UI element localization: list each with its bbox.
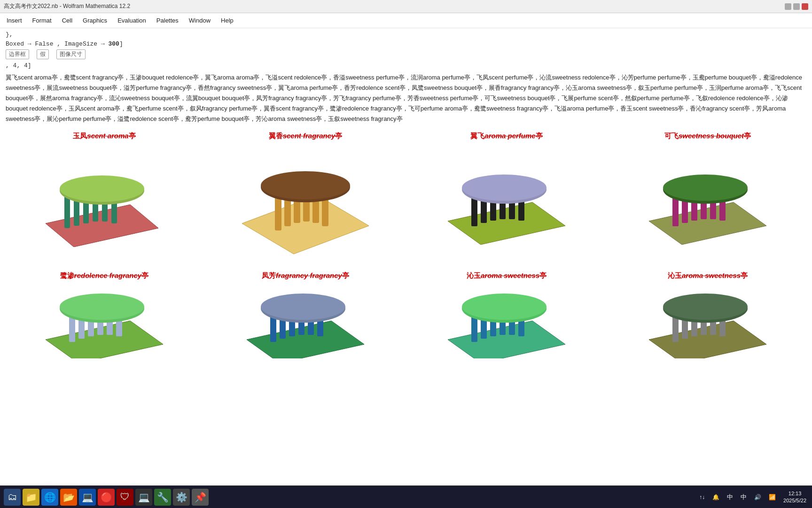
svg-point-17 <box>261 171 350 199</box>
item-zh-1: 玉凤 <box>73 132 87 140</box>
scene-svg-6 <box>237 283 374 358</box>
item-en-2: scent fragrancy <box>283 132 336 140</box>
arrow-symbol-2: → <box>101 40 109 48</box>
titlebar: 高文高考作文2022.nb - Wolfram Mathematica 12.2 <box>0 0 812 13</box>
taskbar-icon-settings[interactable]: ⚙️ <box>173 489 190 506</box>
item-cell-8: 沁玉aroma sweetness亭 <box>609 271 806 358</box>
taskbar-icon-red[interactable]: 🔴 <box>98 489 115 506</box>
items-grid-row2: 鹭渗redolence fragrancy亭 凤芳fragrancy fragr <box>6 271 806 358</box>
taskbar-right: ↑↓ 🔔 中 中 🔊 📶 12:132025/5/22 <box>697 489 808 505</box>
menu-insert[interactable]: Insert <box>2 15 27 26</box>
menu-cell[interactable]: Cell <box>57 15 77 26</box>
imagesize-value: 300] <box>109 40 123 48</box>
svg-point-53 <box>261 294 345 320</box>
taskbar-icon-browser[interactable]: 🌐 <box>41 489 58 506</box>
item-zh-5: 鹭渗 <box>60 271 74 279</box>
taskbar-datetime: 12:132025/5/22 <box>781 489 808 505</box>
taskbar-lang-ch1[interactable]: 中 <box>725 492 735 502</box>
item-zh-3: 翼飞 <box>470 132 484 140</box>
content-area: }, Boxed → False , ImageSize → 300] 边界框 … <box>0 28 812 364</box>
taskbar-icon-explorer[interactable]: 📁 <box>23 489 39 506</box>
false-keyword: False <box>35 40 53 48</box>
item-label-3: 翼飞aroma perfume亭 <box>470 132 542 141</box>
item-en-3: aroma perfume <box>484 132 535 140</box>
boxed-option-2[interactable]: 假 <box>37 49 49 59</box>
taskbar-icon-tool[interactable]: 🔧 <box>154 489 171 506</box>
item-en-6: fragrancy fragrancy <box>276 271 342 279</box>
close-button[interactable] <box>802 3 808 10</box>
taskbar-icon-folder[interactable]: 📂 <box>60 489 77 506</box>
menubar: Insert Format Cell Graphics Evaluation P… <box>0 13 812 28</box>
svg-marker-27 <box>649 202 766 245</box>
item-label-8: 沁玉aroma sweetness亭 <box>668 271 748 280</box>
boxed-option-3[interactable]: 图像尺寸 <box>56 49 86 59</box>
scene-svg-8 <box>640 283 776 358</box>
item-label-1: 玉凤scent aroma亭 <box>73 132 135 141</box>
boxed-option-1[interactable]: 边界框 <box>6 49 29 59</box>
item-zh-6: 凤芳 <box>262 271 276 279</box>
taskbar-notify[interactable]: 🔔 <box>710 493 721 501</box>
item-suffix-6: 亭 <box>342 271 349 279</box>
item-label-5: 鹭渗redolence fragrancy亭 <box>60 271 148 280</box>
scene-svg-1 <box>36 143 172 247</box>
taskbar-icon-files[interactable]: 🗂 <box>4 489 21 506</box>
svg-marker-63 <box>649 321 766 358</box>
menu-evaluation[interactable]: Evaluation <box>113 15 151 26</box>
taskbar: 🗂 📁 🌐 📂 💻 🔴 🛡 💻 🔧 ⚙️ 📌 ↑↓ 🔔 中 中 🔊 📶 12:1… <box>0 485 812 508</box>
item-suffix-5: 亭 <box>141 271 148 279</box>
taskbar-icon-pc[interactable]: 💻 <box>135 489 152 506</box>
item-suffix-4: 亭 <box>744 132 751 140</box>
item-label-6: 凤芳fragrancy fragrancy亭 <box>262 271 349 280</box>
menu-window[interactable]: Window <box>184 15 215 26</box>
svg-point-44 <box>60 294 144 320</box>
item-label-4: 可飞sweetness bouquet亭 <box>664 132 751 141</box>
item-zh-2: 翼香 <box>269 132 283 140</box>
item-suffix-2: 亭 <box>335 132 342 140</box>
item-en-8: aroma sweetness <box>682 271 741 279</box>
item-en-4: sweetness bouquet <box>679 132 744 140</box>
item-suffix-8: 亭 <box>741 271 748 279</box>
scene-svg-2 <box>237 143 374 256</box>
taskbar-icon-shield[interactable]: 🛡 <box>117 489 133 506</box>
boxed-options-row: 边界框 假 图像尺寸 <box>6 49 806 59</box>
item-en-1: scent aroma <box>87 132 128 140</box>
menu-format[interactable]: Format <box>28 15 56 26</box>
items-grid-row1: 玉凤scent aroma亭 翼香scent fragrancy亭 <box>6 132 806 256</box>
item-cell-7: 沁玉aroma sweetness亭 <box>408 271 605 358</box>
scene-svg-4 <box>640 143 776 247</box>
text-block: 翼飞scent aroma亭，鸯鹭scent fragrancy亭，玉渗bouq… <box>6 72 806 124</box>
arrow-symbol: → <box>28 40 35 48</box>
scene-svg-7 <box>438 283 575 358</box>
item-suffix-3: 亭 <box>536 132 543 140</box>
menu-palettes[interactable]: Palettes <box>152 15 183 26</box>
svg-marker-54 <box>448 321 565 358</box>
svg-marker-18 <box>448 202 565 245</box>
item-cell-4: 可飞sweetness bouquet亭 <box>609 132 806 256</box>
taskbar-icon-pin[interactable]: 📌 <box>192 489 209 506</box>
svg-point-35 <box>663 175 748 201</box>
maximize-button[interactable] <box>793 3 800 10</box>
taskbar-icon-vscode[interactable]: 💻 <box>79 489 96 506</box>
taskbar-volume[interactable]: 🔊 <box>752 493 763 501</box>
menu-help[interactable]: Help <box>216 15 238 26</box>
svg-point-71 <box>663 294 748 320</box>
taskbar-arrows: ↑↓ <box>697 493 707 501</box>
code-line-1: }, <box>6 30 806 40</box>
svg-marker-45 <box>247 321 364 358</box>
titlebar-title: 高文高考作文2022.nb - Wolfram Mathematica 12.2 <box>4 2 785 10</box>
item-zh-8: 沁玉 <box>668 271 682 279</box>
item-en-7: aroma sweetness <box>481 271 539 279</box>
menu-graphics[interactable]: Graphics <box>78 15 112 26</box>
taskbar-network[interactable]: 📶 <box>767 493 778 501</box>
imagesize-keyword: ImageSize <box>64 40 97 48</box>
item-cell-1: 玉凤scent aroma亭 <box>6 132 203 256</box>
taskbar-lang-ch2[interactable]: 中 <box>739 492 749 502</box>
svg-point-26 <box>462 175 547 201</box>
item-cell-6: 凤芳fragrancy fragrancy亭 <box>207 271 404 358</box>
titlebar-controls <box>785 3 808 10</box>
scene-svg-3 <box>438 143 575 247</box>
minimize-button[interactable] <box>785 3 791 10</box>
item-cell-3: 翼飞aroma perfume亭 <box>408 132 605 256</box>
item-label-2: 翼香scent fragrancy亭 <box>269 132 343 141</box>
scene-svg-5 <box>36 283 172 358</box>
